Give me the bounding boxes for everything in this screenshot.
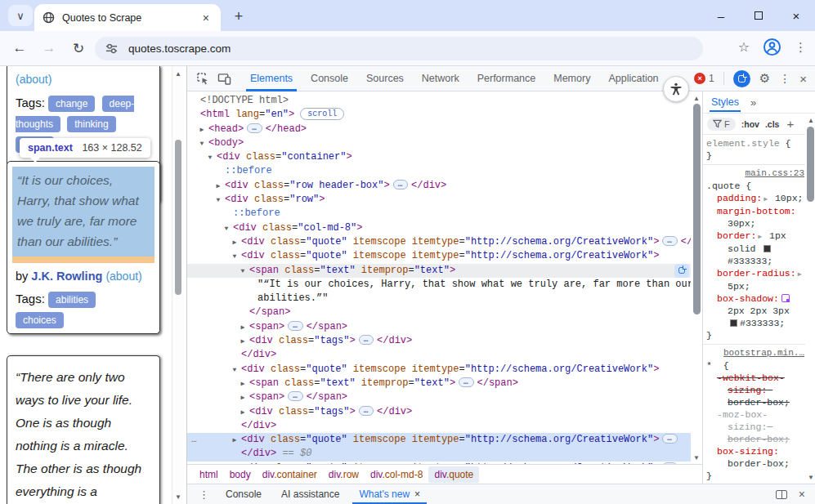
error-counter[interactable]: × 1	[694, 73, 714, 84]
expand-ellipsis-icon[interactable]: …	[359, 406, 374, 416]
dom-tree-row[interactable]: <html lang="en">scroll	[187, 108, 702, 122]
color-swatch[interactable]	[730, 319, 737, 327]
new-style-rule-icon[interactable]: +	[786, 117, 794, 131]
minimize-button[interactable]: –	[702, 0, 740, 31]
dom-tree-row[interactable]: ▶<span class="text" itemprop="text">…</s…	[187, 377, 702, 390]
more-sidebar-tabs-icon[interactable]: »	[750, 96, 756, 109]
stylesheet-link[interactable]: bootstrap.min.…	[706, 347, 804, 359]
ai-assistance-icon[interactable]	[733, 70, 750, 87]
browser-tab[interactable]: Quotes to Scrape ×	[34, 4, 221, 31]
disclosure-arrow-icon[interactable]: ▼	[230, 363, 240, 377]
dom-tree-row[interactable]: ::before	[187, 164, 702, 178]
tag-pill[interactable]: abilities	[48, 292, 96, 308]
drawer-tab-close-icon[interactable]: ×	[414, 488, 420, 500]
settings-gear-icon[interactable]: ⚙	[759, 69, 770, 88]
expand-ellipsis-icon[interactable]: …	[459, 377, 473, 387]
dom-tree-row[interactable]: <!DOCTYPE html>	[187, 94, 702, 108]
bookmark-star-icon[interactable]: ☆	[738, 39, 750, 55]
dom-tree-row[interactable]: ▶<div class="row header-box">…</div>	[187, 179, 702, 193]
rule-selector[interactable]: element.style {	[706, 137, 804, 149]
disclosure-arrow-icon[interactable]: ▶	[238, 405, 248, 419]
dom-tree-row[interactable]: ▼<body>	[187, 136, 702, 150]
css-property[interactable]: margin-bottom: 30px;	[706, 205, 804, 230]
dom-tree-row[interactable]: ▼<span class="text" itemprop="text">	[187, 264, 702, 278]
scroll-down-icon[interactable]: ▼	[805, 471, 815, 483]
dom-tree-scrollbar[interactable]: ▲ ▼	[691, 91, 702, 464]
tag-pill[interactable]: change	[48, 96, 95, 112]
shadow-editor-icon[interactable]	[781, 294, 790, 302]
devtools-close-icon[interactable]: ×	[799, 72, 807, 86]
devtools-tab-console[interactable]: Console	[302, 66, 357, 91]
tag-pill[interactable]: thinking	[67, 116, 115, 132]
dom-tree-row[interactable]: </div>	[187, 419, 702, 433]
devtools-tab-application[interactable]: Application	[599, 66, 667, 91]
dom-tree-row[interactable]: ▶…<div class="quote" itemscope itemtype=…	[187, 433, 702, 447]
scroll-up-icon[interactable]: ▲	[691, 92, 702, 104]
devtools-tab-performance[interactable]: Performance	[468, 66, 545, 91]
address-bar[interactable]: quotes.toscrape.com	[95, 37, 703, 60]
disclosure-arrow-icon[interactable]: ▶	[238, 390, 248, 404]
disclosure-arrow-icon[interactable]: ▶	[238, 320, 248, 334]
site-settings-icon[interactable]	[105, 42, 119, 56]
about-link[interactable]: (about)	[105, 270, 141, 283]
scroll-up-icon[interactable]: ▲	[172, 68, 184, 79]
disclosure-arrow-icon[interactable]: ▼	[213, 193, 223, 207]
disclosure-arrow-icon[interactable]: ▼	[238, 264, 248, 278]
reload-icon[interactable]: ↻	[69, 38, 88, 58]
disclosure-arrow-icon[interactable]: ▶	[213, 179, 223, 193]
dom-tree-row[interactable]: ▼<div class="container">	[187, 150, 702, 164]
breadcrumb-html[interactable]: html	[194, 466, 224, 483]
css-property[interactable]: -moz-box-sizing: border-box;	[706, 408, 804, 445]
breadcrumb-div.container[interactable]: div.container	[257, 466, 323, 483]
expand-value-icon[interactable]: ▶	[756, 233, 764, 240]
tag-pill[interactable]: choices	[16, 312, 64, 328]
rule-selector[interactable]: .quote {	[706, 180, 804, 192]
about-link-top[interactable]: (about)	[16, 73, 51, 86]
devtools-tab-sources[interactable]: Sources	[357, 66, 413, 91]
page-scrollbar-thumb[interactable]	[175, 140, 181, 295]
dom-tree-row[interactable]: ▼<div class="row">	[187, 193, 702, 207]
dom-tree-row[interactable]: </div>	[187, 348, 702, 362]
drawer-menu-icon[interactable]: ⋮	[192, 484, 216, 504]
tab-close-icon[interactable]: ×	[199, 11, 213, 25]
tab-styles[interactable]: Styles	[710, 92, 741, 112]
toggle-pseudo-button[interactable]: :hov	[741, 119, 759, 129]
css-property[interactable]: box-sizing: border-box;	[706, 445, 804, 470]
dom-tree-row[interactable]: "“It is our choices, Harry, that show wh…	[187, 278, 702, 306]
css-property[interactable]: border-radius:▶ 5px;	[706, 267, 804, 292]
new-tab-button[interactable]: +	[229, 7, 249, 26]
expand-value-icon[interactable]: ▶	[762, 195, 769, 203]
styles-filter-input[interactable]: F	[707, 118, 736, 131]
css-property[interactable]: padding:▶ 10px;	[706, 192, 804, 205]
scroll-up-icon[interactable]: ▲	[805, 114, 815, 126]
expand-ellipsis-icon[interactable]: …	[288, 391, 302, 401]
css-property[interactable]: box-shadow:2px 2px 3px #333333;	[706, 292, 804, 329]
disclosure-arrow-icon[interactable]: ▶	[230, 433, 240, 447]
stylesheet-link[interactable]: main.css:23	[706, 167, 804, 180]
breadcrumb-div.quote[interactable]: div.quote	[428, 466, 479, 483]
scroll-down-icon[interactable]: ▼	[172, 491, 184, 502]
row-options-icon[interactable]: …	[191, 433, 198, 447]
inspect-element-icon[interactable]	[192, 69, 213, 88]
dom-scrollbar-thumb[interactable]	[693, 104, 701, 314]
toggle-classes-button[interactable]: .cls	[765, 119, 780, 129]
dom-tree-row[interactable]: ▶<div class="tags">…</div>	[187, 334, 702, 348]
drawer-tab-ai-assistance[interactable]: AI assistance	[271, 484, 349, 504]
expand-ellipsis-icon[interactable]: …	[288, 321, 302, 331]
css-property[interactable]: border:▶ 1px solid #333333;	[706, 230, 804, 267]
dom-tree-row[interactable]: ▶<div class="quote" itemscope itemtype="…	[187, 235, 702, 249]
forward-icon[interactable]: →	[39, 38, 59, 58]
maximize-button[interactable]	[740, 0, 777, 31]
window-close-button[interactable]: ×	[777, 0, 815, 31]
color-swatch[interactable]	[764, 245, 771, 252]
page-scrollbar[interactable]: ▲ ▼	[172, 66, 183, 504]
drawer-tab-what-s-new[interactable]: What's new×	[349, 484, 430, 504]
disclosure-arrow-icon[interactable]: ▼	[230, 249, 240, 263]
styles-scrollbar-thumb[interactable]	[807, 127, 814, 202]
dom-tree-row[interactable]: ::before	[187, 207, 702, 221]
dom-tree-row[interactable]: </span>	[187, 306, 702, 319]
url-text[interactable]: quotes.toscrape.com	[128, 42, 231, 55]
dom-tree-row[interactable]: ▼<div class="quote" itemscope itemtype="…	[187, 249, 702, 263]
devtools-tab-elements[interactable]: Elements	[241, 66, 302, 91]
dom-tree-row[interactable]: ▼<div class="col-md-8">	[187, 221, 702, 235]
